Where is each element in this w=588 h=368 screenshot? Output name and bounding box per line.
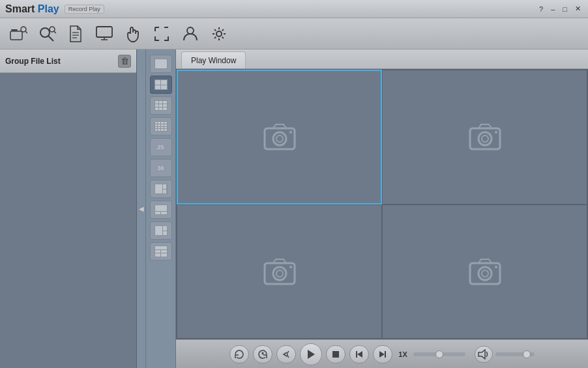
svg-point-4 [40,28,50,37]
svg-line-3 [25,31,27,33]
sync-btn[interactable] [229,345,249,363]
app-brand: Smart Play [5,3,59,15]
play-grid [176,69,588,339]
title-controls: ? – □ ✕ [537,5,583,13]
maximize-btn[interactable]: □ [561,5,569,13]
layout-mixed3-btn[interactable] [150,221,172,240]
layout-panel: 25 36 [146,50,176,368]
layout-4-btn[interactable] [150,76,172,94]
play-area: Play Window [176,50,588,368]
title-bar: Smart Play Record Play ? – □ ✕ [0,0,588,18]
user-btn[interactable] [179,22,202,46]
play-window-tab[interactable]: Play Window [181,51,246,68]
volume-area [475,346,535,363]
layout-9-btn[interactable] [150,96,172,115]
svg-marker-38 [379,351,385,358]
next-frame-btn[interactable] [373,345,392,363]
layout-16-btn[interactable] [150,117,172,135]
delete-group-btn[interactable]: 🗑 [118,55,131,68]
svg-point-2 [21,27,26,32]
svg-point-26 [276,270,283,277]
camera-icon-3 [262,257,297,287]
svg-marker-40 [478,350,485,359]
camera-icon-2 [467,122,503,152]
toolbar [0,18,588,50]
stop-btn[interactable] [326,345,345,363]
volume-knob[interactable] [523,350,531,358]
svg-point-23 [495,131,497,134]
monitor-btn[interactable] [93,22,116,46]
svg-line-5 [48,36,53,41]
svg-point-15 [216,31,222,36]
svg-point-14 [187,27,194,34]
sidebar-title: Group File List [5,57,61,66]
progress-slider[interactable] [413,352,465,356]
svg-point-22 [482,135,488,142]
grid-cell-2[interactable] [382,70,587,205]
svg-point-19 [289,131,292,134]
brand-highlight: Play [38,3,59,14]
play-btn[interactable] [300,343,322,365]
volume-slider[interactable] [495,352,535,356]
layout-36-btn[interactable]: 36 [150,159,172,177]
svg-point-6 [50,27,55,32]
minimize-btn[interactable]: – [549,5,557,13]
svg-point-31 [495,266,497,268]
layout-mixed2-btn[interactable] [150,201,172,219]
collapse-arrow-icon: ◀ [139,205,144,212]
svg-point-30 [482,270,488,277]
svg-rect-0 [11,29,18,31]
resize-btn[interactable] [150,22,173,46]
close-btn[interactable]: ✕ [573,5,583,13]
layout-1-btn[interactable] [150,55,172,73]
layout-36-label: 36 [157,165,164,171]
svg-point-18 [276,135,283,142]
svg-point-25 [273,267,286,280]
settings-btn[interactable] [207,22,231,46]
open-file-btn[interactable] [7,22,30,46]
svg-point-17 [273,132,286,145]
layout-custom-btn[interactable] [150,242,172,261]
svg-rect-35 [332,351,339,358]
sidebar: Group File List 🗑 [0,50,137,368]
layout-25-btn[interactable]: 25 [150,138,172,156]
sync2-btn[interactable] [253,345,272,363]
app-subtitle: Record Play [65,5,104,14]
sidebar-collapse-handle[interactable]: ◀ [137,50,146,368]
grid-cell-4[interactable] [382,205,587,339]
progress-knob[interactable] [435,350,443,358]
svg-point-27 [289,266,292,268]
svg-rect-1 [10,31,22,40]
speed-label: 1X [396,350,409,358]
layout-mixed1-btn[interactable] [150,180,172,198]
layout-25-label: 25 [157,144,164,150]
prev-frame-btn[interactable] [349,345,369,363]
svg-marker-34 [308,350,315,359]
sidebar-file-list [0,73,136,368]
sidebar-header: Group File List 🗑 [0,50,136,73]
svg-rect-11 [96,27,112,37]
svg-point-21 [478,132,492,145]
grid-cell-1[interactable] [177,70,382,205]
help-btn[interactable]: ? [537,5,545,13]
camera-icon-4 [467,257,503,287]
search-btn[interactable] [35,22,59,46]
svg-marker-36 [357,351,362,358]
main-content: Group File List 🗑 ◀ 25 36 [0,50,588,368]
svg-point-29 [478,267,492,280]
volume-btn[interactable] [475,346,493,363]
rewind-btn[interactable] [276,345,296,363]
svg-line-7 [54,31,56,33]
play-tab-bar: Play Window [176,50,588,69]
controls-bar: 1X [176,339,588,368]
title-logo: Smart Play Record Play [5,3,104,15]
grid-cell-3[interactable] [177,205,382,339]
hand-btn[interactable] [121,22,145,46]
document-btn[interactable] [64,22,87,46]
camera-icon-1 [262,122,297,152]
